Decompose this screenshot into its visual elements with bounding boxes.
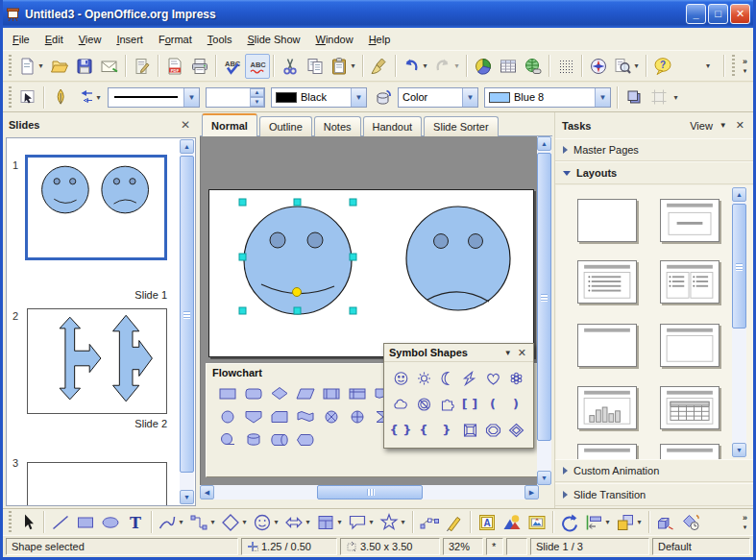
close-button[interactable]: ✕ [730, 4, 750, 24]
tab-handout[interactable]: Handout [363, 116, 423, 136]
line-style-combo[interactable]: ▼ [108, 87, 200, 108]
zoom-button[interactable]: ▾ [611, 54, 643, 79]
flowchart-shape-sequential-access[interactable] [214, 427, 240, 450]
slide-thumbnail-1[interactable] [25, 155, 167, 260]
size-indicator[interactable]: 3.50 x 3.50 [340, 538, 440, 555]
flowchart-shape-connector[interactable] [214, 404, 240, 427]
toolbar-grip[interactable] [732, 55, 735, 77]
drawing-toolbar-overflow[interactable]: »▾ [739, 514, 751, 531]
export-pdf-button[interactable]: PDF [162, 54, 187, 79]
scroll-up-icon[interactable]: ▲ [537, 136, 551, 151]
maximize-button[interactable]: □ [708, 4, 728, 24]
help-button[interactable]: ? [650, 54, 675, 79]
symbol-shape-square-bevel[interactable] [458, 417, 481, 443]
menu-tools[interactable]: Tools [200, 30, 240, 49]
interaction-button[interactable] [678, 510, 703, 535]
symbol-shapes-titlebar[interactable]: Symbol Shapes ▼ ✕ [384, 344, 533, 362]
menu-help[interactable]: Help [361, 30, 399, 49]
tab-slide-sorter[interactable]: Slide Sorter [424, 116, 498, 136]
template-name[interactable]: Default [652, 538, 750, 555]
slides-panel-close-icon[interactable]: ✕ [178, 118, 193, 132]
symbol-shapes-close-icon[interactable]: ✕ [516, 347, 528, 359]
section-master-pages[interactable]: Master Pages [555, 138, 753, 161]
new-button[interactable]: ▾ [15, 54, 47, 79]
symbol-shape-smiley[interactable] [389, 365, 412, 391]
arrow-style-button[interactable]: ▾ [73, 85, 105, 110]
stars-button[interactable]: ▾ [378, 510, 409, 535]
shadow-button[interactable] [622, 85, 646, 110]
scroll-down-icon[interactable]: ▼ [537, 471, 551, 485]
canvas-hscrollbar[interactable]: ◀ ▶ [200, 485, 539, 499]
tab-notes[interactable]: Notes [314, 116, 361, 136]
layout-option-title-subtitle[interactable] [660, 199, 719, 242]
gallery-button[interactable] [524, 510, 549, 535]
menu-insert[interactable]: Insert [109, 30, 151, 49]
spin-down-icon[interactable]: ▼ [250, 97, 264, 107]
scroll-up-icon[interactable]: ▲ [180, 139, 194, 154]
line-button[interactable] [48, 510, 73, 535]
paste-button[interactable]: ▾ [328, 54, 359, 79]
layout-option-title-content[interactable] [660, 324, 719, 367]
spin-up-icon[interactable]: ▲ [250, 88, 264, 98]
canvas-vscrollbar-thumb[interactable] [537, 153, 551, 441]
adjustment-handle[interactable] [293, 288, 302, 297]
basic-shapes-button[interactable]: ▾ [219, 510, 251, 535]
layout-option-partial-1[interactable] [577, 444, 637, 459]
flowchart-shape-display[interactable] [292, 427, 318, 450]
toolbar-grip[interactable] [9, 86, 12, 109]
scroll-down-icon[interactable]: ▼ [732, 443, 746, 457]
layout-option-title-only[interactable] [577, 324, 637, 367]
layouts-scrollbar-thumb[interactable] [732, 204, 746, 329]
edit-file-button[interactable] [130, 54, 155, 79]
flowchart-shape-decision[interactable] [266, 381, 292, 404]
from-file-button[interactable] [500, 510, 524, 535]
signature-field[interactable] [506, 538, 527, 555]
slide-page[interactable] [208, 189, 534, 357]
flowchart-shape-predefined-process[interactable] [318, 381, 344, 404]
symbol-shape-right-bracket[interactable]: ) [504, 391, 527, 417]
block-arrows-button[interactable]: ▾ [282, 510, 314, 535]
symbol-shape-puzzle[interactable] [435, 391, 458, 417]
navigator-button[interactable] [586, 54, 611, 79]
autospellcheck-button[interactable]: ABC [245, 54, 270, 79]
flowchart-shape-data[interactable] [292, 381, 318, 404]
alignment-button[interactable]: ▾ [582, 510, 614, 535]
flowchart-shape-card[interactable] [266, 404, 292, 427]
menu-slide-show[interactable]: Slide Show [239, 30, 307, 49]
symbol-shape-sun[interactable] [412, 365, 435, 391]
email-button[interactable] [97, 54, 122, 79]
flowchart-shape-punched-tape[interactable] [292, 404, 318, 427]
slide-indicator[interactable]: Slide 1 / 3 [530, 538, 649, 555]
fill-color-combo[interactable]: Blue 8▼ [484, 87, 611, 108]
symbol-shape-flower[interactable] [504, 365, 527, 391]
select-button[interactable] [15, 510, 40, 535]
curve-button[interactable]: ▾ [156, 510, 187, 535]
fill-type-combo[interactable]: Color▼ [398, 87, 478, 108]
minimize-button[interactable]: _ [686, 4, 706, 24]
toolbar-grip[interactable] [9, 511, 12, 533]
rotate-button[interactable] [557, 510, 582, 535]
toolbar-grip[interactable] [9, 55, 12, 77]
menu-edit[interactable]: Edit [37, 30, 71, 49]
symbol-shape-moon[interactable] [435, 365, 458, 391]
layout-option-blank[interactable] [577, 199, 637, 242]
callouts-button[interactable]: ▾ [346, 510, 378, 535]
line-width-spinner[interactable]: ▲▼ [206, 87, 265, 108]
print-button[interactable] [187, 54, 212, 79]
presentation-toolbar-overflow[interactable]: »▾ [739, 58, 751, 75]
line-dialog-button[interactable] [48, 85, 73, 110]
tab-outline[interactable]: Outline [259, 116, 312, 136]
layout-option-title-chart[interactable] [577, 386, 637, 429]
text-button[interactable]: T [123, 510, 148, 535]
flowchart-button[interactable]: ▾ [314, 510, 346, 535]
symbol-shape-cloud[interactable] [389, 391, 412, 417]
menu-format[interactable]: Format [151, 30, 200, 49]
canvas-hscrollbar-thumb[interactable] [317, 485, 423, 499]
symbol-shape-right-brace[interactable]: } [435, 417, 458, 443]
save-button[interactable] [72, 54, 97, 79]
scroll-left-icon[interactable]: ◀ [200, 485, 214, 499]
points-button[interactable] [417, 510, 442, 535]
line-color-combo[interactable]: Black▼ [271, 87, 367, 108]
flowchart-shape-summing-junction[interactable] [318, 404, 344, 427]
symbol-shape-lightning[interactable] [458, 365, 481, 391]
